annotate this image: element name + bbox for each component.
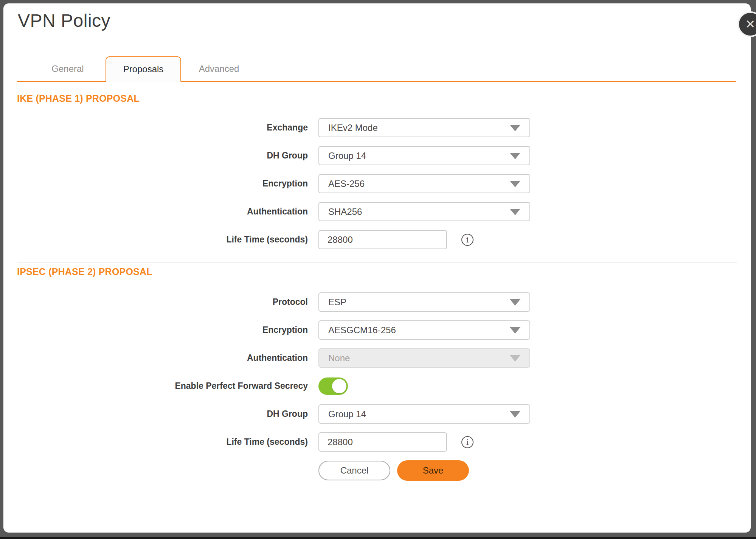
protocol-dropdown[interactable]: ESP xyxy=(318,292,530,312)
authentication-dropdown[interactable]: SHA256 xyxy=(318,202,530,221)
protocol-value: ESP xyxy=(328,297,346,308)
pfs-toggle-on[interactable] xyxy=(318,377,348,395)
chevron-down-icon xyxy=(510,181,520,187)
dh-group-dropdown[interactable]: Group 14 xyxy=(318,146,530,165)
frame-bottom-edge xyxy=(0,537,756,539)
life-time-label: Life Time (seconds) xyxy=(3,235,318,245)
chevron-down-icon xyxy=(510,327,520,334)
proposals-tab-content: IKE (PHASE 1) PROPOSAL Exchange IKEv2 Mo… xyxy=(3,83,751,481)
life-time2-label: Life Time (seconds) xyxy=(3,437,318,447)
dh-group2-row: DH Group Group 14 xyxy=(3,404,751,424)
dh-group-value: Group 14 xyxy=(328,151,366,161)
info-icon[interactable]: i xyxy=(461,436,473,448)
protocol-label: Protocol xyxy=(3,297,318,307)
authentication-label: Authentication xyxy=(3,207,318,217)
tab-general[interactable]: General xyxy=(30,56,106,81)
close-icon: ✕ xyxy=(745,18,756,30)
exchange-dropdown[interactable]: IKEv2 Mode xyxy=(318,118,530,137)
ike-phase1-heading: IKE (PHASE 1) PROPOSAL xyxy=(17,93,751,104)
phase1-form: Exchange IKEv2 Mode DH Group Group 14 En… xyxy=(3,118,751,249)
encryption-row: Encryption AES-256 xyxy=(3,174,751,193)
authentication2-dropdown-disabled: None xyxy=(318,348,530,368)
authentication-row: Authentication SHA256 xyxy=(3,202,751,221)
dh-group-row: DH Group Group 14 xyxy=(3,146,751,165)
ipsec-phase2-heading: IPSEC (PHASE 2) PROPOSAL xyxy=(17,266,751,278)
authentication2-value: None xyxy=(328,353,350,363)
pfs-row: Enable Perfect Forward Secrecy xyxy=(3,376,751,396)
chevron-down-icon xyxy=(510,299,520,306)
tab-proposals[interactable]: Proposals xyxy=(106,56,181,82)
life-time2-row: Life Time (seconds) i xyxy=(3,432,751,452)
toggle-knob xyxy=(332,379,346,393)
cancel-button[interactable]: Cancel xyxy=(318,461,390,480)
encryption-dropdown[interactable]: AES-256 xyxy=(318,174,530,193)
action-buttons: Cancel Save xyxy=(318,460,751,481)
dh-group2-label: DH Group xyxy=(3,409,318,419)
chevron-down-icon xyxy=(510,209,520,215)
dh-group-label: DH Group xyxy=(3,151,318,161)
section-divider xyxy=(17,262,737,263)
page-title: VPN Policy xyxy=(18,10,110,31)
chevron-down-icon xyxy=(510,411,520,418)
dh-group2-dropdown[interactable]: Group 14 xyxy=(318,404,530,424)
life-time2-input[interactable] xyxy=(318,432,447,452)
tab-advanced[interactable]: Advanced xyxy=(181,56,257,81)
chevron-down-icon xyxy=(510,153,520,159)
tab-bar: General Proposals Advanced xyxy=(17,56,736,82)
vpn-policy-dialog: VPN Policy General Proposals Advanced IK… xyxy=(3,3,751,533)
save-button[interactable]: Save xyxy=(397,460,469,481)
encryption2-label: Encryption xyxy=(3,325,318,335)
pfs-label: Enable Perfect Forward Secrecy xyxy=(3,381,318,391)
protocol-row: Protocol ESP xyxy=(3,292,751,312)
authentication-value: SHA256 xyxy=(328,207,362,217)
chevron-down-icon xyxy=(510,125,520,131)
exchange-value: IKEv2 Mode xyxy=(328,123,378,133)
info-icon[interactable]: i xyxy=(461,234,473,246)
encryption-label: Encryption xyxy=(3,179,318,189)
dh-group2-value: Group 14 xyxy=(328,409,366,419)
encryption2-dropdown[interactable]: AESGCM16-256 xyxy=(318,320,530,340)
life-time-input[interactable] xyxy=(318,230,447,249)
life-time-row: Life Time (seconds) i xyxy=(3,230,751,249)
encryption2-row: Encryption AESGCM16-256 xyxy=(3,320,751,340)
exchange-label: Exchange xyxy=(3,123,318,133)
exchange-row: Exchange IKEv2 Mode xyxy=(3,118,751,137)
authentication2-row: Authentication None xyxy=(3,348,751,368)
encryption-value: AES-256 xyxy=(328,179,365,189)
phase2-form: Protocol ESP Encryption AESGCM16-256 Aut… xyxy=(3,292,751,481)
encryption2-value: AESGCM16-256 xyxy=(328,325,396,336)
authentication2-label: Authentication xyxy=(3,353,318,363)
chevron-down-icon xyxy=(510,355,520,362)
